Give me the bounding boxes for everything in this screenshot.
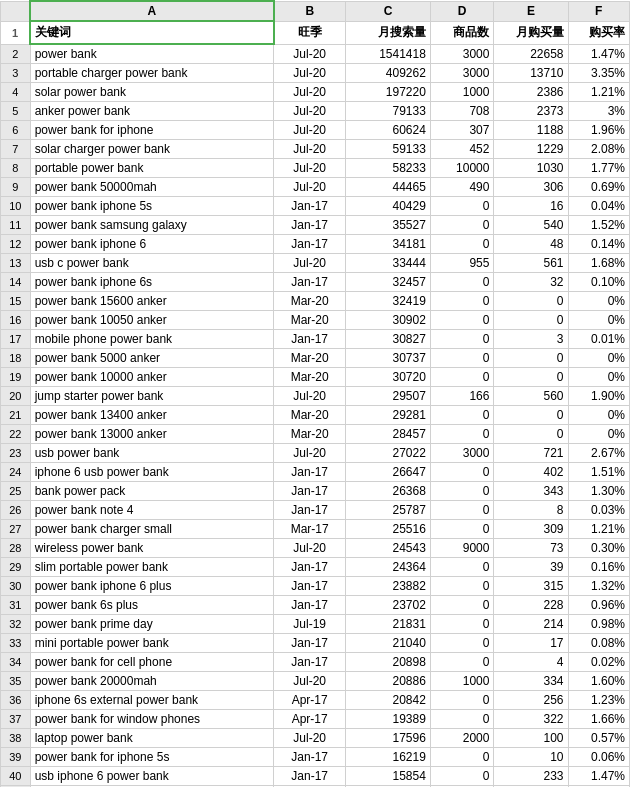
cell-monthly-buy[interactable]: 10 [494, 748, 568, 767]
cell-season[interactable]: Jan-17 [274, 634, 346, 653]
cell-buy-rate[interactable]: 0.30% [568, 539, 629, 558]
cell-monthly-search[interactable]: 21831 [346, 615, 431, 634]
row-num-24[interactable]: 24 [1, 463, 31, 482]
col-d-header[interactable]: D [430, 1, 494, 21]
cell-keyword[interactable]: usb power bank [30, 444, 274, 463]
row-num-36[interactable]: 36 [1, 691, 31, 710]
row-num-20[interactable]: 20 [1, 387, 31, 406]
cell-season[interactable]: Jul-20 [274, 672, 346, 691]
cell-season[interactable]: Mar-20 [274, 349, 346, 368]
cell-season[interactable]: Jul-20 [274, 83, 346, 102]
cell-season[interactable]: Jul-20 [274, 102, 346, 121]
cell-monthly-search[interactable]: 20842 [346, 691, 431, 710]
header-monthly-search[interactable]: 月搜索量 [346, 21, 431, 44]
row-num-13[interactable]: 13 [1, 254, 31, 273]
cell-keyword[interactable]: power bank iphone 6 [30, 235, 274, 254]
cell-monthly-search[interactable]: 32457 [346, 273, 431, 292]
row-num-34[interactable]: 34 [1, 653, 31, 672]
row-num-19[interactable]: 19 [1, 368, 31, 387]
cell-monthly-search[interactable]: 26368 [346, 482, 431, 501]
row-num-37[interactable]: 37 [1, 710, 31, 729]
cell-monthly-search[interactable]: 17596 [346, 729, 431, 748]
cell-monthly-buy[interactable]: 73 [494, 539, 568, 558]
cell-monthly-buy[interactable]: 48 [494, 235, 568, 254]
cell-monthly-search[interactable]: 30827 [346, 330, 431, 349]
cell-keyword[interactable]: power bank iphone 6 plus [30, 577, 274, 596]
cell-monthly-buy[interactable]: 0 [494, 311, 568, 330]
cell-monthly-search[interactable]: 33444 [346, 254, 431, 273]
cell-monthly-search[interactable]: 24364 [346, 558, 431, 577]
cell-monthly-buy[interactable]: 3 [494, 330, 568, 349]
cell-season[interactable]: Jan-17 [274, 463, 346, 482]
cell-buy-rate[interactable]: 1.60% [568, 672, 629, 691]
col-e-header[interactable]: E [494, 1, 568, 21]
cell-buy-rate[interactable]: 1.21% [568, 520, 629, 539]
cell-monthly-search[interactable]: 15854 [346, 767, 431, 786]
cell-product-count[interactable]: 0 [430, 691, 494, 710]
cell-monthly-search[interactable]: 30902 [346, 311, 431, 330]
cell-buy-rate[interactable]: 1.47% [568, 44, 629, 64]
cell-buy-rate[interactable]: 0.06% [568, 748, 629, 767]
cell-monthly-buy[interactable]: 0 [494, 349, 568, 368]
cell-season[interactable]: Jan-17 [274, 767, 346, 786]
cell-product-count[interactable]: 0 [430, 653, 494, 672]
cell-monthly-search[interactable]: 23882 [346, 577, 431, 596]
cell-monthly-buy[interactable]: 228 [494, 596, 568, 615]
row-num-8[interactable]: 8 [1, 159, 31, 178]
cell-monthly-buy[interactable]: 256 [494, 691, 568, 710]
col-f-header[interactable]: F [568, 1, 629, 21]
cell-buy-rate[interactable]: 0.04% [568, 197, 629, 216]
cell-product-count[interactable]: 0 [430, 767, 494, 786]
cell-buy-rate[interactable]: 0.96% [568, 596, 629, 615]
cell-buy-rate[interactable]: 0% [568, 425, 629, 444]
cell-product-count[interactable]: 452 [430, 140, 494, 159]
cell-monthly-search[interactable]: 16219 [346, 748, 431, 767]
cell-monthly-search[interactable]: 1541418 [346, 44, 431, 64]
cell-monthly-search[interactable]: 25516 [346, 520, 431, 539]
row-num-27[interactable]: 27 [1, 520, 31, 539]
row-num-39[interactable]: 39 [1, 748, 31, 767]
cell-monthly-buy[interactable]: 721 [494, 444, 568, 463]
cell-monthly-buy[interactable]: 315 [494, 577, 568, 596]
header-keyword[interactable]: 关键词 [30, 21, 274, 44]
cell-buy-rate[interactable]: 1.51% [568, 463, 629, 482]
cell-keyword[interactable]: portable power bank [30, 159, 274, 178]
cell-keyword[interactable]: anker power bank [30, 102, 274, 121]
cell-keyword[interactable]: bank power pack [30, 482, 274, 501]
row-num-22[interactable]: 22 [1, 425, 31, 444]
cell-keyword[interactable]: iphone 6s external power bank [30, 691, 274, 710]
cell-buy-rate[interactable]: 0.02% [568, 653, 629, 672]
cell-buy-rate[interactable]: 0.10% [568, 273, 629, 292]
cell-monthly-search[interactable]: 21040 [346, 634, 431, 653]
row-num-35[interactable]: 35 [1, 672, 31, 691]
col-b-header[interactable]: B [274, 1, 346, 21]
cell-keyword[interactable]: power bank for cell phone [30, 653, 274, 672]
cell-product-count[interactable]: 0 [430, 577, 494, 596]
cell-keyword[interactable]: power bank samsung galaxy [30, 216, 274, 235]
cell-season[interactable]: Jul-20 [274, 444, 346, 463]
cell-buy-rate[interactable]: 0.14% [568, 235, 629, 254]
cell-buy-rate[interactable]: 1.68% [568, 254, 629, 273]
cell-monthly-buy[interactable]: 17 [494, 634, 568, 653]
cell-keyword[interactable]: mini portable power bank [30, 634, 274, 653]
cell-buy-rate[interactable]: 1.96% [568, 121, 629, 140]
cell-monthly-search[interactable]: 30720 [346, 368, 431, 387]
cell-product-count[interactable]: 0 [430, 425, 494, 444]
cell-buy-rate[interactable]: 3% [568, 102, 629, 121]
cell-product-count[interactable]: 0 [430, 596, 494, 615]
cell-buy-rate[interactable]: 0% [568, 349, 629, 368]
cell-monthly-buy[interactable]: 100 [494, 729, 568, 748]
cell-monthly-search[interactable]: 19389 [346, 710, 431, 729]
cell-season[interactable]: Jul-20 [274, 539, 346, 558]
cell-monthly-search[interactable]: 25787 [346, 501, 431, 520]
cell-monthly-buy[interactable]: 540 [494, 216, 568, 235]
row-num-6[interactable]: 6 [1, 121, 31, 140]
cell-product-count[interactable]: 0 [430, 216, 494, 235]
cell-monthly-search[interactable]: 20898 [346, 653, 431, 672]
cell-keyword[interactable]: power bank 20000mah [30, 672, 274, 691]
cell-season[interactable]: Jan-17 [274, 197, 346, 216]
cell-product-count[interactable]: 1000 [430, 83, 494, 102]
header-product-count[interactable]: 商品数 [430, 21, 494, 44]
cell-buy-rate[interactable]: 1.23% [568, 691, 629, 710]
row-num-40[interactable]: 40 [1, 767, 31, 786]
